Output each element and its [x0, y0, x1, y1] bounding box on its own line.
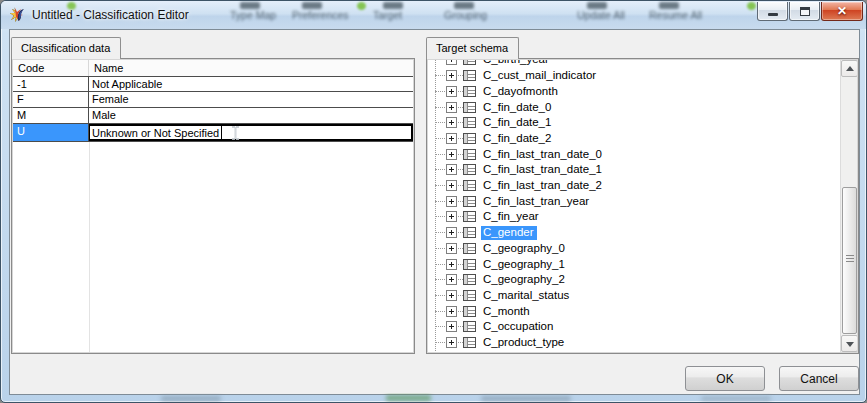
tree-item[interactable]: C_gender — [428, 225, 840, 241]
scrollbar-up-button[interactable] — [841, 60, 857, 77]
tree-item[interactable]: C_fin_date_1 — [428, 115, 840, 131]
tree-item[interactable]: C_dayofmonth — [428, 84, 840, 100]
expand-plus-icon[interactable] — [446, 290, 457, 301]
expand-plus-icon[interactable] — [446, 180, 457, 191]
tree-item-label[interactable]: C_fin_date_0 — [481, 101, 554, 115]
classification-table: Code Name -1Not ApplicableFFemaleMMaleUU… — [13, 60, 413, 352]
tree-item-label[interactable]: C_fin_last_tran_date_0 — [481, 148, 605, 162]
expand-plus-icon[interactable] — [446, 211, 457, 222]
background-toolbar-icon — [587, 2, 607, 9]
tree-item-label[interactable]: C_fin_date_1 — [481, 116, 554, 130]
tree-item[interactable]: C_product_type — [428, 335, 840, 351]
table-field-icon — [463, 337, 476, 348]
close-button[interactable]: ✕ — [821, 2, 863, 21]
tab-classification-data[interactable]: Classification data — [11, 37, 121, 59]
scrollbar-thumb[interactable] — [842, 187, 857, 334]
column-header-code[interactable]: Code — [13, 60, 89, 76]
table-field-icon — [463, 243, 476, 254]
code-cell[interactable]: F — [13, 92, 89, 107]
tree-item-label[interactable]: C_gender — [481, 226, 537, 240]
expand-plus-icon[interactable] — [446, 321, 457, 332]
tree-item[interactable]: C_fin_year — [428, 209, 840, 225]
expand-plus-icon[interactable] — [446, 86, 457, 97]
cancel-button[interactable]: Cancel — [779, 366, 859, 391]
tree-item-label[interactable]: C_geography_1 — [481, 258, 568, 272]
table-row[interactable]: UUnknown or Not Specified — [13, 124, 413, 142]
table-row[interactable]: MMale — [13, 108, 413, 124]
ok-button[interactable]: OK — [685, 366, 765, 391]
expand-plus-icon[interactable] — [446, 60, 457, 65]
tree-item-label[interactable]: C_fin_last_tran_year — [481, 195, 592, 209]
scrollbar-down-button[interactable] — [841, 335, 857, 352]
expand-plus-icon[interactable] — [446, 70, 457, 81]
tree-item[interactable]: C_fin_date_2 — [428, 131, 840, 147]
tree-item-label[interactable]: C_dayofmonth — [481, 85, 561, 99]
background-toolbar-item: Grouping — [444, 9, 487, 21]
expand-plus-icon[interactable] — [446, 337, 457, 348]
table-field-icon — [463, 211, 476, 222]
table-row[interactable]: FFemale — [13, 92, 413, 108]
tree-item[interactable]: C_cust_mail_indicator — [428, 68, 840, 84]
cell-editor-input[interactable]: Unknown or Not Specified — [89, 125, 222, 140]
background-toolbar-icon — [383, 2, 403, 9]
expand-plus-icon[interactable] — [446, 227, 457, 238]
tree-item-label[interactable]: C_marital_status — [481, 289, 572, 303]
tree-item-label[interactable]: C_fin_date_2 — [481, 132, 554, 146]
target-schema-tree-viewport: C_birth_yearC_cust_mail_indicatorC_dayof… — [428, 60, 857, 352]
tree-item[interactable]: C_fin_last_tran_date_2 — [428, 178, 840, 194]
tree-item-label[interactable]: C_occupation — [481, 320, 556, 334]
window-title: Untitled - Classification Editor — [32, 8, 189, 22]
expand-plus-icon[interactable] — [446, 102, 457, 113]
table-field-icon — [463, 117, 476, 128]
tree-item-label[interactable]: C_geography_2 — [481, 273, 568, 287]
tree-item[interactable]: C_fin_last_tran_year — [428, 194, 840, 210]
tree-item[interactable]: C_occupation — [428, 319, 840, 335]
name-cell[interactable]: Not Applicable — [89, 77, 413, 91]
background-toolbar-icon — [659, 2, 679, 9]
code-cell[interactable]: U — [13, 124, 89, 141]
expand-plus-icon[interactable] — [446, 243, 457, 254]
titlebar[interactable]: Type MapPreferencesTargetGroupingUpdate … — [1, 1, 867, 29]
tree-item-label[interactable]: C_fin_year — [481, 210, 542, 224]
tree-item[interactable]: C_geography_0 — [428, 241, 840, 257]
text-ibeam-cursor-icon — [231, 126, 240, 140]
expand-plus-icon[interactable] — [446, 196, 457, 207]
expand-plus-icon[interactable] — [446, 274, 457, 285]
expand-plus-icon[interactable] — [446, 133, 457, 144]
name-cell[interactable]: Unknown or Not Specified — [89, 124, 413, 141]
tree-item[interactable]: C_fin_last_tran_date_1 — [428, 162, 840, 178]
table-row[interactable]: -1Not Applicable — [13, 76, 413, 92]
tree-item[interactable]: C_month — [428, 304, 840, 320]
tree-item-label[interactable]: C_fin_last_tran_date_1 — [481, 163, 605, 177]
expand-plus-icon[interactable] — [446, 306, 457, 317]
scroll-up-icon — [846, 66, 854, 71]
expand-plus-icon[interactable] — [446, 259, 457, 270]
tree-item[interactable]: C_fin_date_0 — [428, 100, 840, 116]
background-toolbar-icon — [302, 2, 322, 9]
code-cell[interactable]: -1 — [13, 77, 89, 91]
tree-item-label[interactable]: C_product_type — [481, 336, 567, 350]
name-cell[interactable]: Female — [89, 92, 413, 107]
tree-item-clipped[interactable]: C_birth_year — [428, 60, 840, 68]
maximize-button[interactable] — [789, 2, 820, 21]
tree-item-label[interactable]: C_cust_mail_indicator — [481, 69, 599, 83]
code-cell[interactable]: M — [13, 108, 89, 123]
minimize-button[interactable] — [757, 2, 788, 21]
tree-item-label[interactable]: C_fin_last_tran_date_2 — [481, 179, 605, 193]
tree-item-label[interactable]: C_month — [481, 305, 533, 319]
expand-plus-icon[interactable] — [446, 164, 457, 175]
dialog-client-area: Classification data Code Name -1Not Appl… — [9, 29, 860, 395]
tree-item[interactable]: C_geography_2 — [428, 272, 840, 288]
tree-item[interactable]: C_geography_1 — [428, 257, 840, 273]
name-cell[interactable]: Male — [89, 108, 413, 123]
tree-scrollbar[interactable] — [840, 60, 857, 352]
expand-plus-icon[interactable] — [446, 149, 457, 160]
classification-editor-window: Type MapPreferencesTargetGroupingUpdate … — [0, 0, 867, 403]
tree-item-label[interactable]: C_geography_0 — [481, 242, 568, 256]
tab-target-schema[interactable]: Target schema — [426, 37, 519, 59]
tree-item[interactable]: C_marital_status — [428, 288, 840, 304]
tree-item-label[interactable]: C_birth_year — [481, 60, 552, 67]
column-header-name[interactable]: Name — [89, 60, 123, 76]
expand-plus-icon[interactable] — [446, 117, 457, 128]
tree-item[interactable]: C_fin_last_tran_date_0 — [428, 147, 840, 163]
